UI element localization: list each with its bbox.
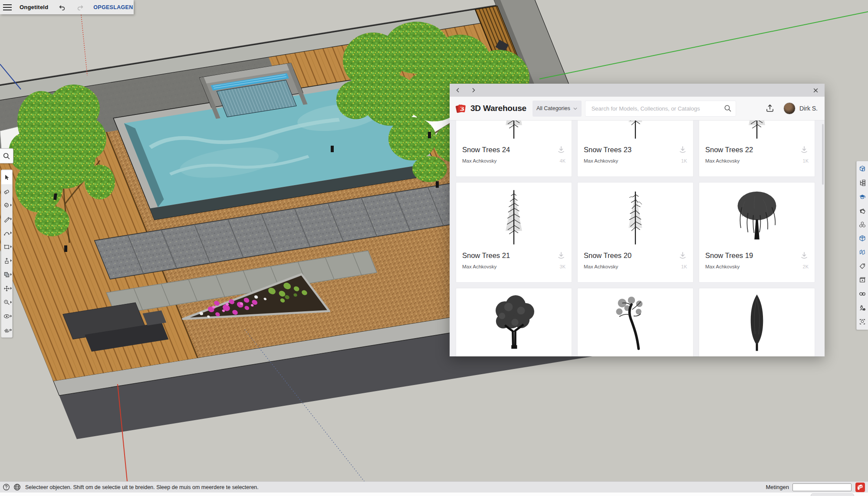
hamburger-menu-icon[interactable] <box>3 4 12 10</box>
chevron-left-icon <box>455 88 460 93</box>
sketchup-window: Ongetiteld OPGESLAGEN <box>0 0 868 496</box>
model-author[interactable]: Max Achkovsky <box>462 158 496 163</box>
download-icon[interactable] <box>800 251 809 260</box>
model-card[interactable]: Snow Trees 22 Max Achkovsky 1K <box>699 121 815 177</box>
model-card[interactable]: Snow Trees 20 Max Achkovsky 1K <box>577 182 694 283</box>
search-icon[interactable] <box>723 104 732 113</box>
tool-push-pull[interactable] <box>1 254 12 268</box>
tool-orbit[interactable] <box>1 309 12 323</box>
user-avatar[interactable] <box>783 102 796 114</box>
status-bar: Selecteer objecten. Shift om de selectie… <box>0 481 868 493</box>
tool-paint[interactable] <box>1 198 12 212</box>
panel-entity-info[interactable] <box>857 162 868 176</box>
model-author[interactable]: Max Achkovsky <box>584 264 618 269</box>
model-title[interactable]: Snow Trees 20 <box>584 251 631 260</box>
warehouse-dialog: 3D Warehouse All Categories Dirk S. <box>450 84 825 356</box>
model-card[interactable] <box>699 288 815 356</box>
model-card[interactable]: Snow Trees 23 Max Achkovsky 1K <box>577 121 694 177</box>
panel-materials[interactable] <box>857 204 868 218</box>
model-card[interactable] <box>456 288 572 356</box>
model-thumbnail[interactable] <box>699 183 815 248</box>
tool-line[interactable] <box>1 212 12 226</box>
user-name[interactable]: Dirk S. <box>799 105 818 112</box>
panels-toolbar: i <box>856 161 868 330</box>
model-thumbnail[interactable] <box>699 288 815 354</box>
tool-arc[interactable] <box>1 226 12 240</box>
document-title: Ongetiteld <box>20 4 48 10</box>
download-icon[interactable] <box>557 251 566 260</box>
model-author[interactable]: Max Achkovsky <box>462 264 496 269</box>
model-thumbnail[interactable] <box>699 121 815 143</box>
panel-animations[interactable] <box>857 273 868 287</box>
back-button[interactable] <box>454 86 462 94</box>
tool-select[interactable] <box>1 170 12 184</box>
model-thumbnail[interactable] <box>456 183 572 248</box>
download-icon[interactable] <box>800 145 809 154</box>
model-title[interactable]: Snow Trees 22 <box>705 146 753 154</box>
model-author[interactable]: Max Achkovsky <box>705 264 740 269</box>
tool-tape-measure[interactable] <box>1 295 12 309</box>
model-title[interactable]: Snow Trees 19 <box>705 251 753 260</box>
forward-button[interactable] <box>470 86 477 94</box>
redo-icon <box>76 3 84 11</box>
model-thumbnail[interactable] <box>456 121 572 143</box>
upload-icon[interactable] <box>765 104 775 113</box>
panel-model-info[interactable]: i <box>857 301 868 315</box>
measurements-input[interactable] <box>792 483 852 491</box>
download-icon[interactable] <box>557 145 566 154</box>
model-author[interactable]: Max Achkovsky <box>705 158 740 163</box>
download-count: 1K <box>681 158 687 163</box>
redo-button[interactable] <box>76 3 85 12</box>
model-thumbnail[interactable] <box>578 183 693 248</box>
status-hint: Selecteer objecten. Shift om de selectie… <box>25 484 259 490</box>
close-button[interactable] <box>812 86 819 94</box>
panel-display[interactable] <box>857 315 868 329</box>
model-card[interactable]: Snow Trees 21 Max Achkovsky 3K <box>456 182 572 283</box>
globe-icon <box>13 483 21 491</box>
language-button[interactable] <box>13 483 21 491</box>
model-thumbnail[interactable] <box>456 288 572 354</box>
search-input[interactable] <box>591 105 723 112</box>
sketchup-logo-icon <box>855 482 865 493</box>
saved-status-badge[interactable]: OPGESLAGEN <box>93 4 133 10</box>
categories-label: All Categories <box>536 105 570 111</box>
tool-offset[interactable] <box>1 268 12 281</box>
model-card[interactable]: Snow Trees 19 Max Achkovsky 2K <box>699 182 815 283</box>
model-title[interactable]: Snow Trees 24 <box>462 146 510 154</box>
panel-instructor[interactable] <box>857 190 868 204</box>
panel-components[interactable] <box>857 218 868 232</box>
tool-shapes[interactable] <box>1 240 12 254</box>
dialog-scrollbar[interactable] <box>822 124 824 185</box>
download-icon[interactable] <box>678 145 687 154</box>
tool-pan[interactable] <box>1 323 12 337</box>
model-thumbnail[interactable] <box>578 288 693 354</box>
panel-tags[interactable] <box>857 259 868 273</box>
top-menu-bar: Ongetiteld OPGESLAGEN <box>0 0 134 14</box>
panel-outliner[interactable] <box>857 176 868 190</box>
panel-views[interactable] <box>857 287 868 301</box>
model-title[interactable]: Snow Trees 21 <box>462 251 510 260</box>
tool-eraser[interactable] <box>1 184 12 198</box>
model-author[interactable]: Max Achkovsky <box>584 158 618 163</box>
download-count: 1K <box>681 264 687 269</box>
undo-icon <box>58 3 66 11</box>
download-icon[interactable] <box>678 251 687 260</box>
measurements-label: Metingen <box>766 484 789 490</box>
tool-move[interactable] <box>1 281 12 295</box>
warehouse-titlebar[interactable] <box>450 84 825 97</box>
help-button[interactable] <box>3 483 10 491</box>
download-count: 1K <box>803 158 809 163</box>
search-icon <box>3 152 10 160</box>
model-thumbnail[interactable] <box>578 121 693 143</box>
model-card[interactable]: Snow Trees 24 Max Achkovsky 4K <box>456 121 572 177</box>
bottom-strip <box>0 493 868 496</box>
categories-dropdown[interactable]: All Categories <box>533 101 582 117</box>
warehouse-title: 3D Warehouse <box>470 104 526 113</box>
panel-styles[interactable] <box>857 232 868 245</box>
undo-button[interactable] <box>58 3 66 12</box>
model-card[interactable] <box>577 288 694 356</box>
search-tools-button[interactable] <box>0 148 13 163</box>
chevron-right-icon <box>471 88 476 93</box>
panel-scenes[interactable] <box>857 245 868 259</box>
model-title[interactable]: Snow Trees 23 <box>584 146 631 154</box>
